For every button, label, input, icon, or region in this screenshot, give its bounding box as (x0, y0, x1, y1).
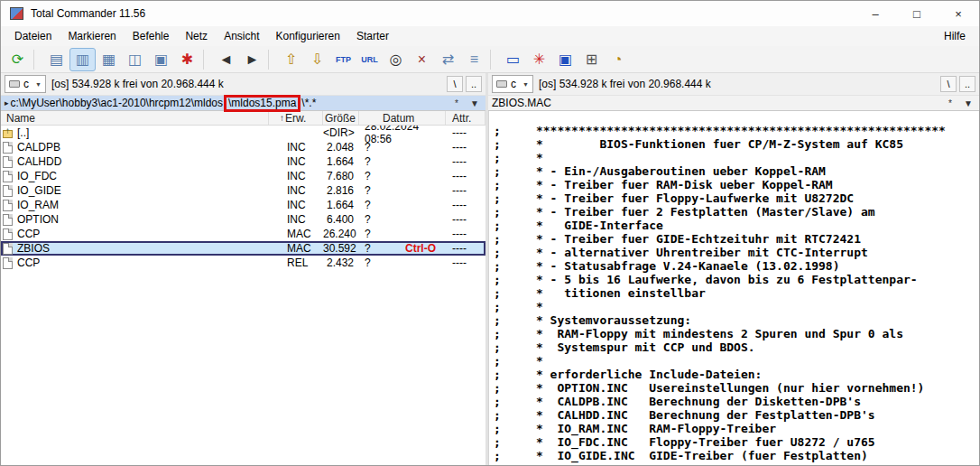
file-date-cell: ? (359, 184, 446, 197)
notes-button[interactable]: ▭ (500, 48, 526, 71)
column-header-attr[interactable]: Attr. (446, 111, 485, 125)
back-button[interactable]: ◄ (213, 48, 239, 71)
viewer-line: ; * Systemspur mit CCP und BDOS. (494, 340, 979, 354)
file-viewer[interactable]: ; **************************************… (488, 111, 979, 465)
menu-item-hilfe[interactable]: Hilfe (936, 28, 974, 44)
left-path-bar[interactable]: ▸ c:\MyUser\hobby3\ac1-2010\hrcpm12\mldo… (1, 95, 485, 111)
viewer-line: ; * - Treiber fuer Floppy-Laufwerke mit … (494, 191, 979, 205)
file-name-cell: ZBIOS (3, 242, 269, 255)
file-ext-cell: REL (269, 256, 323, 269)
menu-item-starter[interactable]: Starter (348, 28, 397, 44)
plugins-button[interactable]: ✳ (526, 48, 552, 71)
ZBIOS-button[interactable]: ZBIOS MAC 30.592 ? ---- Ctrl-O (1, 241, 485, 256)
menu-item-netz[interactable]: Netz (177, 28, 216, 44)
pack-button[interactable]: ⇧ (278, 48, 304, 71)
IO_RAM-button[interactable]: IO_RAM INC 1.664 ? ---- (1, 198, 485, 212)
full-view-button[interactable]: ▥ (69, 48, 96, 71)
compare-content-icon: ≡ (470, 51, 478, 68)
viewer-line: ; * GIDE-Interface (494, 219, 979, 232)
file-name-cell: CALDPB (3, 141, 269, 154)
viewer-line: ; * (494, 354, 979, 368)
CCP-button[interactable]: CCP REL 2.432 ? ---- (1, 256, 485, 270)
save-settings-button[interactable]: ▣ (552, 48, 578, 71)
column-header-erw[interactable]: ↑Erw. (269, 111, 323, 125)
right-path-bar[interactable]: ZBIOS.MAC * ▼ (488, 95, 979, 111)
drive-letter: c (23, 78, 29, 90)
file-attr-cell: ---- (446, 141, 485, 154)
left-drive-bar: c ▼ [os] 534.928 k frei von 20.968.444 k… (1, 73, 485, 95)
viewer-line: ; * RAM-Floppy mit mindestens 2 Spuren u… (494, 327, 979, 340)
menu-item-dateien[interactable]: Dateien (6, 28, 60, 44)
menu-item-ansicht[interactable]: Ansicht (216, 28, 267, 44)
refresh-button[interactable]: ⟳ (5, 48, 31, 71)
path-history-button[interactable]: ▼ (961, 97, 975, 110)
[..]-button[interactable]: [..] <DIR> 28.02.2024 08:56 ---- (1, 126, 485, 140)
full-view-icon: ▥ (76, 51, 89, 68)
clock-button[interactable]: ◔ (605, 48, 631, 71)
toolbar-separator (268, 50, 276, 70)
CCP-button[interactable]: CCP MAC 26.240 ? ---- (1, 227, 485, 241)
right-drive-bar: c ▼ [os] 534.928 k frei von 20.968.444 k… (488, 73, 979, 95)
file-icon (3, 214, 13, 226)
file-name: CCP (17, 256, 40, 269)
search-button[interactable]: ◎ (383, 48, 409, 71)
filter-button[interactable]: * (449, 97, 464, 110)
file-ext-cell: INC (269, 155, 323, 168)
filter-button[interactable]: * (943, 97, 957, 110)
file-attr-cell: ---- (446, 126, 485, 139)
left-drive-selector[interactable]: c ▼ (5, 75, 46, 93)
parent-dir-button[interactable]: .. (466, 76, 482, 92)
minimize-button[interactable]: – (855, 1, 896, 26)
ftp-url-icon: URL (361, 55, 378, 64)
file-date-cell: ? (359, 256, 446, 269)
close-button[interactable]: × (938, 1, 979, 26)
custom-view-button[interactable]: ▣ (148, 48, 174, 71)
parent-dir-button[interactable]: .. (959, 76, 975, 92)
tree-view-button[interactable]: ▦ (96, 48, 122, 71)
ftp-url-button[interactable]: URL (356, 48, 383, 71)
file-name: [..] (17, 126, 29, 139)
quick-view-button[interactable]: ◫ (122, 48, 148, 71)
menu-item-befehle[interactable]: Befehle (125, 28, 178, 44)
right-drive-selector[interactable]: c ▼ (492, 75, 533, 93)
viewer-text: ; **************************************… (489, 111, 979, 462)
calculator-button[interactable]: ⊞ (578, 48, 605, 71)
CALHDD-button[interactable]: CALHDD INC 1.664 ? ---- (1, 154, 485, 169)
maximize-button[interactable]: □ (896, 1, 938, 26)
left-drive-info: [os] 534.928 k frei von 20.968.444 k (51, 78, 224, 90)
ftp-connect-button[interactable]: FTP (330, 48, 356, 71)
column-label: Größe (325, 112, 356, 125)
root-dir-button[interactable]: \ (447, 76, 463, 92)
column-header-datum[interactable]: Datum (359, 111, 446, 125)
OPTION-button[interactable]: OPTION INC 6.400 ? ---- (1, 212, 485, 227)
file-attr-cell: ---- (446, 199, 485, 211)
file-icon (3, 243, 13, 255)
column-header-groesse[interactable]: Größe (323, 111, 359, 125)
path-history-button[interactable]: ▼ (467, 97, 482, 110)
brief-view-button[interactable]: ▤ (43, 48, 69, 71)
IO_GIDE-button[interactable]: IO_GIDE INC 2.816 ? ---- (1, 183, 485, 198)
multi-rename-button[interactable]: × (409, 48, 435, 71)
favorites-button[interactable]: ✱ (174, 48, 200, 71)
forward-button[interactable]: ► (239, 48, 265, 71)
column-header-name[interactable]: Name (1, 111, 269, 125)
CALDPB-button[interactable]: CALDPB INC 2.048 ? ---- (1, 140, 485, 154)
file-date-cell: ? (359, 170, 446, 182)
forward-icon: ► (245, 51, 260, 68)
chevron-down-icon: ▼ (522, 81, 529, 88)
viewer-line: ; * BIOS-Funktionen fuer CP/M-Z-System a… (494, 137, 979, 151)
unpack-button[interactable]: ⇩ (304, 48, 330, 71)
calculator-icon: ⊞ (586, 51, 597, 68)
menu-item-konfigurieren[interactable]: Konfigurieren (267, 28, 347, 44)
right-path-buttons: * ▼ (943, 97, 975, 110)
sync-dirs-button[interactable]: ⇄ (435, 48, 461, 71)
root-dir-button[interactable]: \ (940, 76, 957, 92)
viewer-line: ; * - Statusabfrage V.24-Kanaele (13.02.… (494, 259, 979, 273)
IO_FDC-button[interactable]: IO_FDC INC 7.680 ? ---- (1, 169, 485, 183)
compare-content-button[interactable]: ≡ (461, 48, 487, 71)
file-icon (3, 142, 13, 154)
menu-items: DateienMarkierenBefehleNetzAnsichtKonfig… (6, 28, 397, 44)
menu-item-markieren[interactable]: Markieren (60, 28, 124, 44)
file-panels: c ▼ [os] 534.928 k frei von 20.968.444 k… (1, 73, 979, 465)
left-drive-buttons: \ .. (447, 76, 482, 92)
